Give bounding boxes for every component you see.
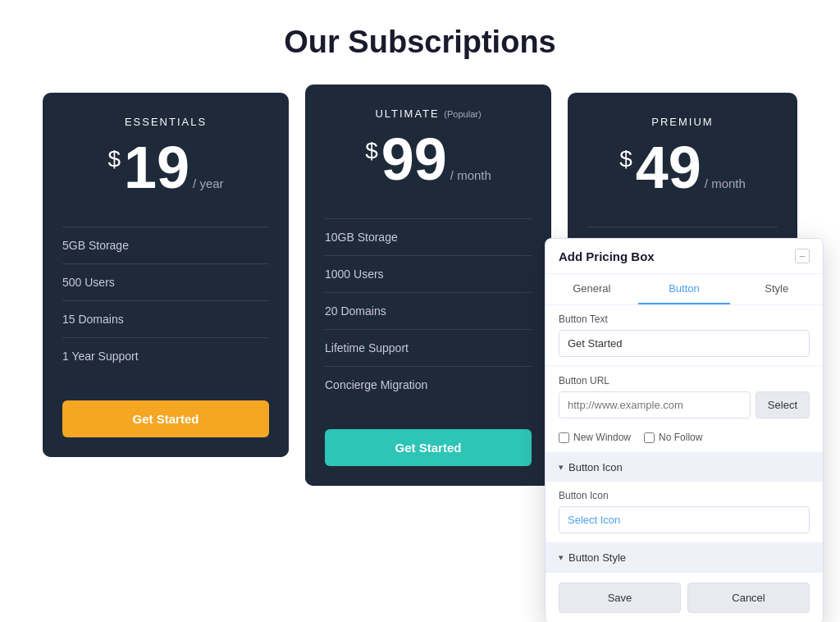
button-icon-section: Button Icon Select Icon [546, 482, 823, 542]
button-text-field: Button Text [546, 305, 823, 365]
button-icon-collapsible[interactable]: ▾ Button Icon [546, 453, 823, 482]
essentials-price: $ 19 / year [62, 138, 269, 197]
list-item: Lifetime Support [325, 329, 532, 366]
list-item: Concierge Migration [325, 366, 532, 403]
premium-price: $ 49 / month [587, 138, 778, 197]
essentials-plan-name: ESSENTIALS [62, 116, 269, 128]
button-url-label: Button URL [559, 375, 810, 386]
ultimate-dollar: $ [365, 138, 378, 164]
no-follow-checkbox-label[interactable]: No Follow [644, 432, 702, 443]
popular-tag: (Popular) [444, 109, 481, 119]
ultimate-cta-button[interactable]: Get Started [325, 429, 532, 466]
button-url-section: Button URL Select New Window No Follow [546, 367, 823, 451]
ultimate-plan-name: ULTIMATE (Popular) [325, 107, 532, 120]
no-follow-label: No Follow [659, 432, 702, 443]
premium-period: / month [705, 176, 746, 190]
page-title: Our Subscriptions [33, 25, 807, 60]
essentials-dollar: $ [107, 146, 121, 172]
ultimate-period: / month [450, 168, 491, 182]
button-icon-arrow: ▾ [559, 462, 564, 473]
premium-plan-name: PREMIUM [587, 116, 778, 128]
minimize-button[interactable]: – [795, 249, 810, 263]
select-icon-link[interactable]: Select Icon [559, 506, 810, 533]
ultimate-header: ULTIMATE (Popular) $ 99 / month [305, 85, 551, 205]
essentials-footer: Get Started [43, 387, 289, 457]
essentials-header: ESSENTIALS $ 19 / year [43, 93, 289, 213]
list-item: 10GB Storage [325, 218, 532, 255]
no-follow-checkbox[interactable] [644, 432, 655, 443]
list-item: 15 Domains [62, 300, 269, 337]
ultimate-amount: 99 [381, 130, 447, 189]
panel-title: Add Pricing Box [559, 249, 655, 263]
ultimate-footer: Get Started [305, 416, 551, 486]
ultimate-features: 10GB Storage 1000 Users 20 Domains Lifet… [305, 205, 551, 416]
url-options-row: New Window No Follow [546, 427, 823, 451]
panel-body: Button Text Button URL Select New Window [546, 305, 823, 572]
button-text-label: Button Text [559, 313, 810, 325]
premium-dollar: $ [619, 146, 632, 172]
url-input-row: Select [559, 391, 810, 418]
essentials-cta-button[interactable]: Get Started [62, 400, 269, 437]
ultimate-card: ULTIMATE (Popular) $ 99 / month 10GB Sto… [305, 85, 551, 486]
ultimate-price: $ 99 / month [325, 130, 532, 189]
button-style-arrow: ▾ [559, 552, 564, 563]
new-window-checkbox-label[interactable]: New Window [559, 432, 631, 443]
tab-button[interactable]: Button [638, 274, 731, 304]
list-item: 1000 Users [325, 255, 532, 292]
button-icon-label: Button Icon [559, 490, 810, 501]
button-text-input[interactable] [559, 330, 810, 357]
list-item: 5GB Storage [62, 226, 269, 263]
button-icon-field: Button Icon Select Icon [546, 482, 823, 542]
essentials-features: 5GB Storage 500 Users 15 Domains 1 Year … [43, 213, 289, 387]
new-window-label: New Window [573, 432, 631, 443]
list-item: 500 Users [62, 263, 269, 300]
panel-tabs: General Button Style [546, 274, 823, 305]
button-style-section-label: Button Style [568, 551, 626, 564]
premium-amount: 49 [636, 138, 701, 197]
cancel-button[interactable]: Cancel [687, 583, 810, 613]
button-style-collapsible[interactable]: ▾ Button Style [546, 543, 823, 572]
button-icon-section-label: Button Icon [568, 461, 623, 473]
button-url-field: Button URL Select [546, 367, 823, 427]
panel-header: Add Pricing Box – [546, 239, 823, 274]
essentials-amount: 19 [124, 138, 189, 197]
essentials-card: ESSENTIALS $ 19 / year 5GB Storage 500 U… [43, 93, 289, 457]
panel-footer: Save Cancel [546, 572, 823, 622]
new-window-checkbox[interactable] [559, 432, 569, 443]
button-text-section: Button Text [546, 305, 823, 365]
select-button[interactable]: Select [756, 391, 810, 418]
list-item: 20 Domains [325, 292, 532, 329]
save-button[interactable]: Save [559, 583, 681, 613]
essentials-period: / year [193, 176, 224, 190]
add-pricing-box-panel: Add Pricing Box – General Button Style B… [545, 238, 824, 622]
tab-general[interactable]: General [546, 274, 638, 304]
premium-header: PREMIUM $ 49 / month [568, 93, 797, 213]
list-item: 1 Year Support [62, 337, 269, 374]
tab-style[interactable]: Style [730, 274, 823, 304]
button-url-input[interactable] [559, 391, 751, 418]
